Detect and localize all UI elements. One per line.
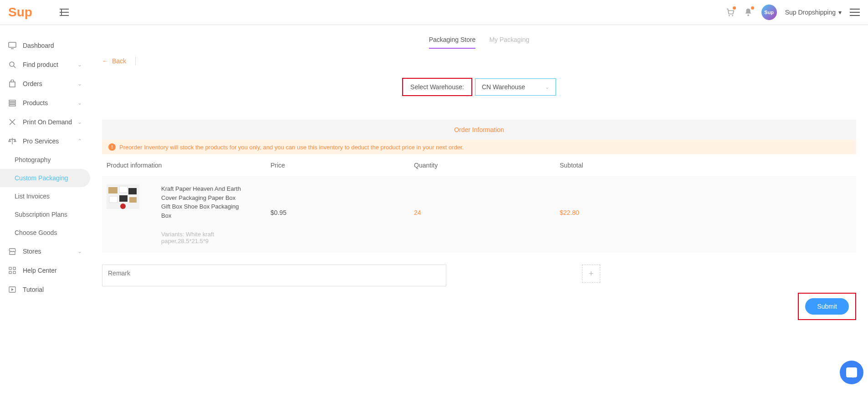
submit-highlight: Submit (798, 293, 856, 320)
warehouse-selector: Select Warehouse: CN Warehouse ⌄ (102, 78, 856, 96)
product-quantity: 24 (414, 184, 560, 216)
sidebar-sub-label: Custom Packaging (15, 174, 68, 182)
bell-badge (751, 6, 754, 10)
cart-badge (733, 6, 736, 10)
header-left: Sup (8, 5, 69, 20)
svg-point-2 (747, 15, 749, 16)
grid-icon (8, 266, 16, 275)
monitor-icon (8, 41, 16, 50)
caret-down-icon: ▾ (838, 9, 842, 16)
svg-point-4 (10, 62, 14, 66)
product-name: Kraft Paper Heaven And Earth Cover Packa… (161, 184, 242, 220)
svg-rect-3 (9, 42, 16, 47)
sidebar-sub-subscription-plans[interactable]: Subscription Plans (0, 205, 90, 224)
chevron-down-icon: ⌄ (77, 248, 82, 254)
remark-input[interactable] (102, 265, 446, 286)
avatar[interactable]: Sup (761, 5, 777, 20)
top-header: Sup Sup Sup Dropshipping ▾ (0, 0, 868, 25)
preorder-alert: ! Preorder Inventory will stock the prod… (102, 140, 856, 154)
user-name: Sup Dropshipping (785, 9, 836, 16)
sidebar-sub-photography[interactable]: Photography (0, 151, 90, 169)
layers-icon (8, 99, 16, 107)
svg-rect-5 (9, 100, 15, 102)
sidebar-item-orders[interactable]: Orders ⌄ (0, 74, 90, 93)
warehouse-select[interactable]: CN Warehouse ⌄ (475, 78, 556, 96)
tab-label: My Packaging (489, 36, 529, 43)
sidebar-item-products[interactable]: Products ⌄ (0, 93, 90, 112)
tab-label: Packaging Store (429, 36, 476, 43)
remark-row: + (102, 265, 856, 286)
sidebar-item-label: Pro Services (23, 137, 59, 145)
add-attachment-button[interactable]: + (582, 265, 600, 283)
main-content: Packaging Store My Packaging ← Back Sele… (90, 25, 868, 338)
product-subtotal: $22.80 (560, 184, 852, 216)
sidebar-sub-label: Choose Goods (15, 229, 57, 236)
sidebar-item-label: Orders (23, 80, 42, 87)
sidebar-sub-label: List Invoices (15, 193, 50, 200)
sidebar-item-stores[interactable]: Stores ⌄ (0, 242, 90, 261)
bell-icon[interactable] (743, 7, 753, 17)
svg-rect-9 (13, 267, 15, 270)
sidebar-sub-label: Subscription Plans (15, 211, 67, 218)
sidebar-sub-custom-packaging[interactable]: Custom Packaging (0, 169, 90, 187)
sidebar-item-help-center[interactable]: Help Center (0, 261, 90, 280)
sidebar-sub-choose-goods[interactable]: Choose Goods (0, 224, 90, 242)
chevron-down-icon: ⌄ (545, 84, 549, 90)
sidebar-item-dashboard[interactable]: Dashboard (0, 36, 90, 55)
app-logo[interactable]: Sup (8, 5, 32, 20)
col-subtotal-header: Subtotal (560, 162, 852, 169)
svg-rect-18 (119, 195, 128, 202)
svg-rect-6 (9, 102, 15, 104)
sidebar-item-label: Help Center (23, 267, 57, 274)
tools-icon (8, 118, 16, 126)
product-info: Kraft Paper Heaven And Earth Cover Packa… (161, 184, 271, 244)
table-header: Product information Price Quantity Subto… (102, 154, 856, 176)
sidebar-sub-label: Photography (15, 156, 51, 163)
sidebar-item-label: Stores (23, 248, 41, 255)
cart-icon[interactable] (725, 7, 735, 17)
col-quantity-header: Quantity (414, 162, 560, 169)
chevron-up-icon: ⌃ (77, 138, 82, 144)
user-menu[interactable]: Sup Dropshipping ▾ (785, 9, 842, 16)
back-label: Back (112, 57, 126, 65)
product-variants: Variants: White kraft paper,28.5*21.5*9 (161, 231, 242, 244)
back-link[interactable]: ← Back (102, 57, 126, 65)
svg-point-0 (728, 15, 730, 16)
sidebar-item-print-on-demand[interactable]: Print On Demand ⌄ (0, 112, 90, 132)
sidebar-item-tutorial[interactable]: Tutorial (0, 280, 90, 299)
svg-rect-19 (129, 197, 137, 203)
submit-button[interactable]: Submit (805, 298, 849, 315)
svg-rect-8 (9, 267, 11, 270)
sidebar-item-pro-services[interactable]: Pro Services ⌃ (0, 132, 90, 151)
divider (135, 57, 136, 65)
submit-row: Submit (102, 293, 856, 320)
tab-my-packaging[interactable]: My Packaging (489, 33, 529, 49)
hamburger-menu-icon[interactable] (850, 8, 860, 16)
table-row: Kraft Paper Heaven And Earth Cover Packa… (102, 176, 856, 253)
sidebar-item-label: Tutorial (23, 286, 44, 293)
main-layout: Dashboard Find product ⌄ Orders ⌄ Produc… (0, 25, 868, 338)
scale-icon (8, 137, 16, 145)
sidebar-item-label: Print On Demand (23, 118, 72, 126)
chevron-down-icon: ⌄ (77, 61, 82, 68)
tab-packaging-store[interactable]: Packaging Store (429, 33, 476, 49)
chevron-down-icon: ⌄ (77, 100, 82, 106)
header-right: Sup Sup Dropshipping ▾ (725, 5, 860, 20)
sidebar-sub-list-invoices[interactable]: List Invoices (0, 187, 90, 205)
sidebar-item-label: Find product (23, 61, 58, 68)
submit-label: Submit (817, 303, 837, 310)
sidebar-item-find-product[interactable]: Find product ⌄ (0, 55, 90, 74)
back-row: ← Back (102, 57, 856, 65)
product-price: $0.95 (271, 184, 414, 216)
sidebar-toggle-icon[interactable] (60, 9, 69, 16)
arrow-left-icon: ← (102, 57, 108, 65)
alert-icon: ! (108, 143, 116, 151)
page-tabs: Packaging Store My Packaging (102, 33, 856, 49)
chevron-down-icon: ⌄ (77, 81, 82, 87)
warehouse-label-highlight: Select Warehouse: (402, 78, 472, 96)
svg-point-20 (120, 204, 126, 209)
svg-rect-7 (9, 105, 15, 106)
bag-icon (8, 80, 16, 88)
svg-rect-10 (9, 271, 11, 274)
chevron-down-icon: ⌄ (77, 119, 82, 125)
